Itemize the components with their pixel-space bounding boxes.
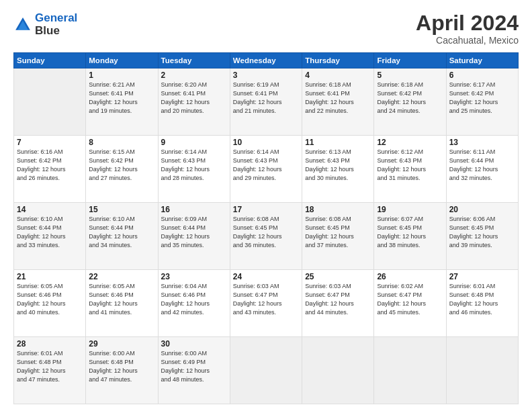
calendar-table: SundayMondayTuesdayWednesdayThursdayFrid…: [13, 52, 519, 404]
title-block: April 2024 Cacahuatal, Mexico: [416, 12, 519, 46]
logo-icon: [13, 15, 32, 34]
weekday-header: Wednesday: [230, 53, 302, 68]
day-info: Sunrise: 6:16 AMSunset: 6:42 PMDaylight:…: [17, 148, 83, 183]
calendar-day-cell: 7Sunrise: 6:16 AMSunset: 6:42 PMDaylight…: [14, 136, 86, 203]
weekday-header: Monday: [86, 53, 158, 68]
day-number: 11: [305, 138, 371, 147]
day-info: Sunrise: 6:05 AMSunset: 6:46 PMDaylight:…: [89, 282, 154, 317]
day-info: Sunrise: 6:15 AMSunset: 6:42 PMDaylight:…: [89, 148, 154, 183]
calendar-day-cell: 18Sunrise: 6:08 AMSunset: 6:45 PMDayligh…: [302, 203, 374, 270]
day-info: Sunrise: 6:06 AMSunset: 6:45 PMDaylight:…: [449, 215, 515, 250]
calendar-header-row: SundayMondayTuesdayWednesdayThursdayFrid…: [14, 53, 519, 68]
calendar-day-cell: 22Sunrise: 6:05 AMSunset: 6:46 PMDayligh…: [86, 270, 158, 337]
day-number: 16: [161, 205, 227, 214]
day-number: 10: [233, 138, 299, 147]
calendar-day-cell: 11Sunrise: 6:13 AMSunset: 6:43 PMDayligh…: [302, 136, 374, 203]
calendar-day-cell: 13Sunrise: 6:11 AMSunset: 6:44 PMDayligh…: [446, 136, 518, 203]
page: General Blue April 2024 Cacahuatal, Mexi…: [0, 0, 532, 411]
day-number: 30: [161, 339, 227, 349]
calendar-week-row: 1Sunrise: 6:21 AMSunset: 6:41 PMDaylight…: [14, 68, 519, 136]
day-info: Sunrise: 6:04 AMSunset: 6:46 PMDaylight:…: [161, 282, 227, 317]
weekday-header: Tuesday: [158, 53, 230, 68]
day-number: 29: [89, 339, 154, 349]
day-number: 17: [233, 205, 299, 214]
day-info: Sunrise: 6:11 AMSunset: 6:44 PMDaylight:…: [449, 148, 515, 183]
calendar-day-cell: 25Sunrise: 6:03 AMSunset: 6:47 PMDayligh…: [302, 270, 374, 337]
calendar-day-cell: 16Sunrise: 6:09 AMSunset: 6:44 PMDayligh…: [158, 203, 230, 270]
day-info: Sunrise: 6:13 AMSunset: 6:43 PMDaylight:…: [305, 148, 371, 183]
day-number: 5: [377, 71, 443, 80]
calendar-day-cell: 2Sunrise: 6:20 AMSunset: 6:41 PMDaylight…: [158, 68, 230, 136]
day-number: 20: [449, 205, 515, 214]
day-info: Sunrise: 6:21 AMSunset: 6:41 PMDaylight:…: [89, 81, 154, 116]
day-info: Sunrise: 6:09 AMSunset: 6:44 PMDaylight:…: [161, 215, 227, 250]
calendar-day-cell: [374, 337, 446, 404]
calendar-day-cell: 12Sunrise: 6:12 AMSunset: 6:43 PMDayligh…: [374, 136, 446, 203]
day-info: Sunrise: 6:14 AMSunset: 6:43 PMDaylight:…: [233, 148, 299, 183]
day-info: Sunrise: 6:10 AMSunset: 6:44 PMDaylight:…: [89, 215, 154, 250]
calendar-day-cell: 9Sunrise: 6:14 AMSunset: 6:43 PMDaylight…: [158, 136, 230, 203]
header: General Blue April 2024 Cacahuatal, Mexi…: [13, 12, 519, 46]
day-number: 14: [17, 205, 83, 214]
day-number: 4: [305, 71, 371, 80]
day-number: 21: [17, 272, 83, 281]
calendar-day-cell: 29Sunrise: 6:00 AMSunset: 6:48 PMDayligh…: [86, 337, 158, 404]
calendar-day-cell: 19Sunrise: 6:07 AMSunset: 6:45 PMDayligh…: [374, 203, 446, 270]
day-info: Sunrise: 6:07 AMSunset: 6:45 PMDaylight:…: [377, 215, 443, 250]
day-info: Sunrise: 6:01 AMSunset: 6:48 PMDaylight:…: [449, 282, 515, 317]
day-number: 18: [305, 205, 371, 214]
calendar-day-cell: 30Sunrise: 6:00 AMSunset: 6:49 PMDayligh…: [158, 337, 230, 404]
calendar-week-row: 14Sunrise: 6:10 AMSunset: 6:44 PMDayligh…: [14, 203, 519, 270]
calendar-day-cell: 20Sunrise: 6:06 AMSunset: 6:45 PMDayligh…: [446, 203, 518, 270]
calendar-day-cell: 27Sunrise: 6:01 AMSunset: 6:48 PMDayligh…: [446, 270, 518, 337]
day-number: 9: [161, 138, 227, 147]
day-info: Sunrise: 6:18 AMSunset: 6:41 PMDaylight:…: [305, 81, 371, 116]
calendar-week-row: 21Sunrise: 6:05 AMSunset: 6:46 PMDayligh…: [14, 270, 519, 337]
calendar-day-cell: 17Sunrise: 6:08 AMSunset: 6:45 PMDayligh…: [230, 203, 302, 270]
calendar-day-cell: 15Sunrise: 6:10 AMSunset: 6:44 PMDayligh…: [86, 203, 158, 270]
calendar-day-cell: 3Sunrise: 6:19 AMSunset: 6:41 PMDaylight…: [230, 68, 302, 136]
day-info: Sunrise: 6:14 AMSunset: 6:43 PMDaylight:…: [161, 148, 227, 183]
calendar-day-cell: 4Sunrise: 6:18 AMSunset: 6:41 PMDaylight…: [302, 68, 374, 136]
calendar-day-cell: [302, 337, 374, 404]
day-number: 12: [377, 138, 443, 147]
calendar-week-row: 28Sunrise: 6:01 AMSunset: 6:48 PMDayligh…: [14, 337, 519, 404]
calendar-day-cell: 1Sunrise: 6:21 AMSunset: 6:41 PMDaylight…: [86, 68, 158, 136]
day-info: Sunrise: 6:01 AMSunset: 6:48 PMDaylight:…: [17, 349, 83, 384]
day-info: Sunrise: 6:20 AMSunset: 6:41 PMDaylight:…: [161, 81, 227, 116]
calendar-day-cell: 6Sunrise: 6:17 AMSunset: 6:42 PMDaylight…: [446, 68, 518, 136]
day-info: Sunrise: 6:05 AMSunset: 6:46 PMDaylight:…: [17, 282, 83, 317]
logo-text: General Blue: [35, 12, 77, 37]
calendar-week-row: 7Sunrise: 6:16 AMSunset: 6:42 PMDaylight…: [14, 136, 519, 203]
day-number: 15: [89, 205, 154, 214]
day-number: 2: [161, 71, 227, 80]
day-number: 25: [305, 272, 371, 281]
day-info: Sunrise: 6:12 AMSunset: 6:43 PMDaylight:…: [377, 148, 443, 183]
calendar-day-cell: 5Sunrise: 6:18 AMSunset: 6:42 PMDaylight…: [374, 68, 446, 136]
day-number: 23: [161, 272, 227, 281]
day-number: 26: [377, 272, 443, 281]
day-number: 13: [449, 138, 515, 147]
day-number: 24: [233, 272, 299, 281]
calendar-day-cell: 8Sunrise: 6:15 AMSunset: 6:42 PMDaylight…: [86, 136, 158, 203]
day-info: Sunrise: 6:03 AMSunset: 6:47 PMDaylight:…: [233, 282, 299, 317]
day-info: Sunrise: 6:00 AMSunset: 6:49 PMDaylight:…: [161, 349, 227, 384]
calendar-day-cell: [14, 68, 86, 136]
calendar-day-cell: 10Sunrise: 6:14 AMSunset: 6:43 PMDayligh…: [230, 136, 302, 203]
day-number: 19: [377, 205, 443, 214]
month-title: April 2024: [416, 12, 519, 34]
calendar-day-cell: [446, 337, 518, 404]
logo: General Blue: [13, 12, 77, 37]
day-number: 27: [449, 272, 515, 281]
weekday-header: Sunday: [14, 53, 86, 68]
day-number: 3: [233, 71, 299, 80]
calendar-day-cell: 28Sunrise: 6:01 AMSunset: 6:48 PMDayligh…: [14, 337, 86, 404]
weekday-header: Friday: [374, 53, 446, 68]
day-number: 28: [17, 339, 83, 349]
calendar-day-cell: 14Sunrise: 6:10 AMSunset: 6:44 PMDayligh…: [14, 203, 86, 270]
day-info: Sunrise: 6:03 AMSunset: 6:47 PMDaylight:…: [305, 282, 371, 317]
day-info: Sunrise: 6:08 AMSunset: 6:45 PMDaylight:…: [233, 215, 299, 250]
day-number: 6: [449, 71, 515, 80]
day-info: Sunrise: 6:17 AMSunset: 6:42 PMDaylight:…: [449, 81, 515, 116]
calendar-day-cell: 23Sunrise: 6:04 AMSunset: 6:46 PMDayligh…: [158, 270, 230, 337]
